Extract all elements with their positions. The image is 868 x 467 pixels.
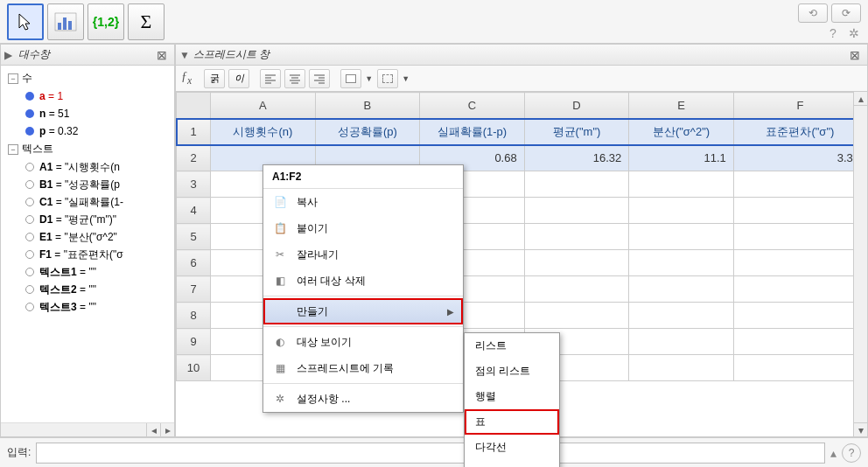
spreadsheet-collapse-icon[interactable]: ▼: [179, 49, 190, 61]
cell[interactable]: [524, 276, 629, 303]
cell[interactable]: [629, 303, 734, 329]
context-show[interactable]: ◐대상 보이기: [263, 329, 463, 355]
row-header-2[interactable]: 2: [177, 145, 211, 171]
cell-B1[interactable]: 성공확률(p): [315, 119, 420, 145]
cell-D2[interactable]: 16.32: [524, 145, 629, 171]
move-tool-button[interactable]: [7, 3, 44, 40]
cell[interactable]: [733, 303, 866, 329]
cell[interactable]: [733, 224, 866, 250]
context-create[interactable]: 만들기▶: [263, 298, 463, 324]
context-copy[interactable]: 📄복사: [263, 189, 463, 215]
submenu-table[interactable]: 표: [465, 409, 559, 435]
cell[interactable]: [629, 329, 734, 355]
tree-leaf-D1[interactable]: D1 = "평균("m")": [4, 211, 171, 228]
submenu-operation-table[interactable]: 연산표: [465, 460, 559, 467]
tree-leaf-n[interactable]: n = 51: [4, 105, 171, 122]
help-icon[interactable]: ?: [826, 26, 840, 40]
cell[interactable]: [524, 224, 629, 250]
cell[interactable]: [629, 171, 734, 198]
tree-leaf-C1[interactable]: C1 = "실패확률(1-: [4, 193, 171, 211]
cell-F2[interactable]: 3.33: [733, 145, 866, 171]
border-button[interactable]: [377, 69, 398, 88]
cell[interactable]: [733, 198, 866, 224]
tree-leaf-p[interactable]: p = 0.32: [4, 122, 171, 140]
cell[interactable]: [733, 355, 866, 381]
cell[interactable]: [733, 171, 866, 198]
tree-toggle-numbers[interactable]: −: [8, 73, 18, 84]
row-header-1[interactable]: 1: [177, 119, 211, 145]
submenu-point-list[interactable]: 점의 리스트: [465, 359, 559, 384]
row-header-10[interactable]: 10: [177, 355, 211, 381]
cell-E1[interactable]: 분산("σ^2"): [629, 119, 734, 145]
cell[interactable]: [524, 198, 629, 224]
cell[interactable]: [629, 198, 734, 224]
scroll-left-icon[interactable]: ◂: [146, 423, 160, 437]
analysis-tool-button[interactable]: [47, 3, 84, 40]
context-cut[interactable]: ✂잘라내기: [263, 241, 463, 268]
algebra-scrollbar[interactable]: ◂ ▸: [1, 422, 174, 436]
cell-E2[interactable]: 11.1: [629, 145, 734, 171]
context-settings[interactable]: ✲설정사항 ...: [263, 386, 463, 412]
row-header-9[interactable]: 9: [177, 329, 211, 355]
row-header-8[interactable]: 8: [177, 303, 211, 329]
input-help-button[interactable]: ?: [842, 443, 861, 463]
cell[interactable]: [629, 224, 734, 250]
tree-leaf-E1[interactable]: E1 = "분산("σ^2": [4, 228, 171, 246]
tree-toggle-texts[interactable]: −: [8, 144, 18, 155]
cell[interactable]: [629, 355, 734, 381]
cell-C1[interactable]: 실패확률(1-p): [420, 119, 525, 145]
bold-button[interactable]: 굵: [204, 69, 225, 88]
corner-cell[interactable]: [177, 93, 211, 119]
italic-button[interactable]: 이: [228, 69, 249, 88]
cell-D1[interactable]: 평균("m"): [524, 119, 629, 145]
cell[interactable]: [524, 171, 629, 198]
col-header-F[interactable]: F: [733, 93, 866, 119]
cell-A1[interactable]: 시행횟수(n): [211, 119, 316, 145]
cell[interactable]: [524, 303, 629, 329]
col-header-A[interactable]: A: [211, 93, 316, 119]
scroll-down-icon[interactable]: ▾: [854, 422, 867, 436]
cell[interactable]: [629, 276, 734, 303]
row-header-7[interactable]: 7: [177, 276, 211, 303]
scroll-right-icon[interactable]: ▸: [160, 423, 174, 437]
row-header-4[interactable]: 4: [177, 198, 211, 224]
context-paste[interactable]: 📋붙이기: [263, 215, 463, 241]
fx-icon[interactable]: ƒx: [181, 70, 192, 87]
submenu-matrix[interactable]: 행렬: [465, 384, 559, 409]
context-record[interactable]: ▦스프레드시트에 기록: [263, 355, 463, 381]
border-dropdown[interactable]: ▼: [402, 74, 410, 83]
tree-leaf-text2[interactable]: 텍스트2 = "": [4, 281, 171, 298]
redo-button[interactable]: ⟳: [831, 3, 861, 23]
tree-leaf-text1[interactable]: 텍스트1 = "": [4, 263, 171, 281]
vertical-scrollbar[interactable]: ▴ ▾: [853, 92, 867, 436]
row-header-6[interactable]: 6: [177, 250, 211, 276]
tree-leaf-text3[interactable]: 텍스트3 = "": [4, 298, 171, 316]
command-input[interactable]: [36, 443, 825, 464]
tree-leaf-A1[interactable]: A1 = "시행횟수(n: [4, 158, 171, 176]
algebra-close-button[interactable]: ⊠: [153, 47, 171, 63]
cell[interactable]: [733, 276, 866, 303]
settings-icon[interactable]: ✲: [847, 26, 861, 40]
align-right-button[interactable]: [309, 69, 330, 88]
tree-leaf-B1[interactable]: B1 = "성공확률(p: [4, 176, 171, 193]
row-header-5[interactable]: 5: [177, 224, 211, 250]
align-left-button[interactable]: [260, 69, 281, 88]
spreadsheet-close-button[interactable]: ⊠: [846, 47, 864, 63]
algebra-collapse-icon[interactable]: ▶: [4, 49, 15, 61]
context-delete[interactable]: ◧여러 대상 삭제: [263, 268, 463, 294]
undo-button[interactable]: ⟲: [798, 3, 828, 23]
col-header-E[interactable]: E: [629, 93, 734, 119]
sum-tool-button[interactable]: Σ: [128, 3, 164, 40]
cell[interactable]: [524, 250, 629, 276]
tree-leaf-a[interactable]: a = 1: [4, 87, 171, 105]
submenu-list[interactable]: 리스트: [465, 333, 559, 359]
col-header-B[interactable]: B: [315, 93, 420, 119]
align-center-button[interactable]: [284, 69, 305, 88]
submenu-polyline[interactable]: 다각선: [465, 435, 559, 460]
cell[interactable]: [629, 250, 734, 276]
cell[interactable]: [733, 329, 866, 355]
col-header-D[interactable]: D: [524, 93, 629, 119]
cell[interactable]: [733, 250, 866, 276]
scroll-up-icon[interactable]: ▴: [854, 92, 867, 106]
tree-leaf-F1[interactable]: F1 = "표준편차("σ: [4, 246, 171, 263]
